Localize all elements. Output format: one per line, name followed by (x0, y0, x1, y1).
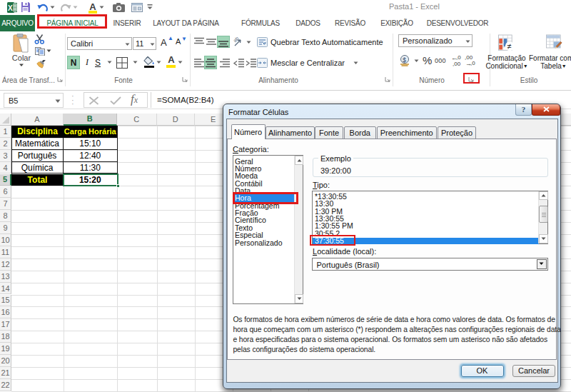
svg-text:X: X (8, 4, 13, 12)
svg-text:,00: ,00 (453, 61, 461, 66)
svg-text:≠: ≠ (507, 42, 511, 51)
svg-text:,0: ,0 (456, 54, 461, 61)
svg-text:$: $ (403, 56, 406, 64)
